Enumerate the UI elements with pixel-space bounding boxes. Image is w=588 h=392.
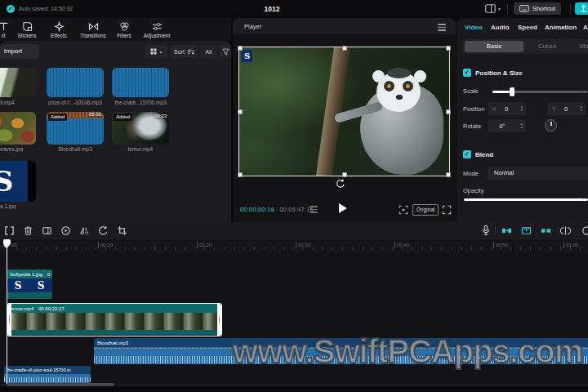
selection-handle[interactable]: [238, 109, 243, 114]
tab-video[interactable]: Video: [465, 24, 483, 31]
mirror-icon[interactable]: [79, 225, 90, 236]
rotate-dial[interactable]: [545, 119, 557, 131]
reverse-icon[interactable]: [60, 225, 71, 236]
view-mode-button[interactable]: ▾: [145, 45, 167, 58]
tab-animation[interactable]: Animation: [545, 24, 577, 31]
record-icon[interactable]: [581, 225, 588, 236]
subtab-bar: Basic Cutout Mask: [463, 39, 588, 54]
shortcut-button[interactable]: Shortcut: [514, 2, 561, 15]
selection-handle[interactable]: [446, 172, 451, 177]
effects-icon: [54, 21, 65, 32]
video-preview-canvas[interactable]: S: [238, 47, 450, 176]
media-item-label: ia 1.jpg: [0, 203, 36, 209]
selection-handle[interactable]: [342, 46, 347, 51]
spinner-arrows[interactable]: ▴▾: [517, 105, 526, 113]
tab-effects[interactable]: Effects: [42, 18, 75, 41]
blend-mode-select[interactable]: Normal: [488, 167, 588, 180]
tab-audio[interactable]: Audio: [491, 24, 510, 31]
subtab-mask[interactable]: Mask: [580, 42, 588, 50]
trim-handle-right[interactable]: [217, 304, 221, 336]
crop-icon[interactable]: [117, 225, 127, 236]
selection-handle[interactable]: [238, 172, 243, 177]
split-icon[interactable]: [4, 225, 15, 236]
clip-softpedia-image[interactable]: Softpedia 1.jpg 0 SS: [7, 270, 52, 299]
tab-adjustment[interactable]: Adjustment: [137, 18, 176, 41]
clip-cradle-audio[interactable]: the-cradle-of-your-soul-15700.m: [4, 366, 91, 383]
titlebar-divider: [507, 4, 508, 14]
stickers-icon: [22, 21, 33, 32]
selection-handle[interactable]: [342, 172, 347, 177]
resolution-selector[interactable]: Original: [412, 204, 439, 216]
titlebar-divider: [570, 4, 571, 14]
media-item-video[interactable]: [0, 68, 36, 97]
media-item-label: ia Leaves.jpg: [0, 146, 36, 152]
delete-icon[interactable]: [23, 225, 33, 236]
current-time: 00:00:00:18: [240, 206, 274, 213]
keyboard-icon: [519, 5, 529, 12]
media-item-audio[interactable]: [112, 68, 169, 97]
layout-switch-button[interactable]: ▾: [485, 4, 501, 13]
player-panel: Player S: [233, 18, 456, 222]
preview-axis-icon[interactable]: [560, 225, 571, 236]
fullscreen-icon[interactable]: [442, 205, 452, 215]
horizontal-scrollbar[interactable]: [7, 383, 114, 386]
link-toggle-icon[interactable]: [541, 225, 551, 236]
media-item-image[interactable]: [0, 112, 36, 145]
sort-icon: [187, 48, 194, 56]
media-item-image[interactable]: S Added: [0, 161, 36, 202]
sort-button[interactable]: Sort: [171, 45, 198, 58]
shortcut-label: Shortcut: [532, 5, 555, 12]
tab-speed[interactable]: Speed: [518, 24, 537, 31]
media-item-label: lemur.mp4: [112, 146, 169, 152]
playhead-handle[interactable]: [3, 239, 11, 245]
media-item-audio[interactable]: [47, 68, 104, 97]
trim-handle-left[interactable]: [7, 304, 11, 336]
scale-slider[interactable]: [492, 91, 588, 93]
selection-handle[interactable]: [238, 46, 243, 51]
player-title: Player: [244, 23, 261, 30]
toolbar-divider: [495, 226, 496, 235]
filter-button[interactable]: [220, 45, 231, 58]
position-y-stepper[interactable]: Y 0 ▴▾: [547, 102, 586, 115]
playhead[interactable]: [7, 239, 7, 384]
media-item-audio[interactable]: 05:30 Added: [47, 112, 104, 145]
rotate-icon[interactable]: [98, 225, 109, 236]
media-item-label: ll.mp4: [0, 100, 36, 105]
tab-filters[interactable]: Filters: [111, 18, 137, 41]
rotate-handle-icon[interactable]: [336, 179, 345, 189]
tab-cut-off[interactable]: A: [583, 24, 588, 31]
tab-stickers[interactable]: Stickers: [11, 18, 42, 41]
position-size-checkbox[interactable]: ✓: [463, 69, 471, 77]
media-item-video[interactable]: Added 00:23: [112, 112, 169, 145]
voiceover-mic-icon[interactable]: [480, 225, 492, 236]
import-button[interactable]: Import: [0, 44, 39, 59]
overlay-logo-badge[interactable]: S: [242, 50, 252, 62]
fit-frame-icon[interactable]: [399, 205, 408, 215]
play-button[interactable]: [339, 203, 347, 213]
magnetic-snap-toggle-icon[interactable]: [521, 225, 532, 236]
spinner-arrows[interactable]: ▴▾: [517, 122, 526, 130]
selection-handle[interactable]: [446, 109, 451, 114]
spinner-arrows[interactable]: ▴▾: [577, 105, 586, 113]
subtab-cutout[interactable]: Cutout: [538, 42, 556, 50]
selection-handle[interactable]: [446, 46, 451, 51]
media-duration: 00:23: [154, 114, 167, 118]
preview-quality-icon[interactable]: [310, 206, 318, 213]
filter-all-button[interactable]: All: [201, 45, 216, 58]
blend-checkbox[interactable]: ✓: [463, 150, 471, 158]
opacity-slider[interactable]: [464, 198, 588, 201]
duplicate-icon[interactable]: [42, 225, 52, 236]
clip-filmstrip: [7, 313, 221, 330]
export-button[interactable]: E: [575, 2, 588, 15]
tab-text[interactable]: xt: [0, 18, 11, 41]
tab-transitions[interactable]: Transitions: [75, 18, 111, 41]
scale-slider-thumb[interactable]: [510, 87, 514, 96]
rotate-stepper[interactable]: 0° ▴▾: [488, 119, 526, 132]
position-x-stepper[interactable]: X 0 ▴▾: [488, 102, 526, 115]
player-menu-icon[interactable]: [438, 24, 446, 31]
auto-ripple-toggle-icon[interactable]: [501, 225, 512, 236]
subtab-basic[interactable]: Basic: [465, 41, 523, 52]
clip-lemur-video[interactable]: lemur.mp4 00:00:22:27: [7, 303, 222, 336]
section-title: Blend: [475, 151, 493, 158]
timeline-ruler[interactable]: 00 00:10 00:20 00:30 00:40 00:50 01:00: [0, 239, 588, 252]
